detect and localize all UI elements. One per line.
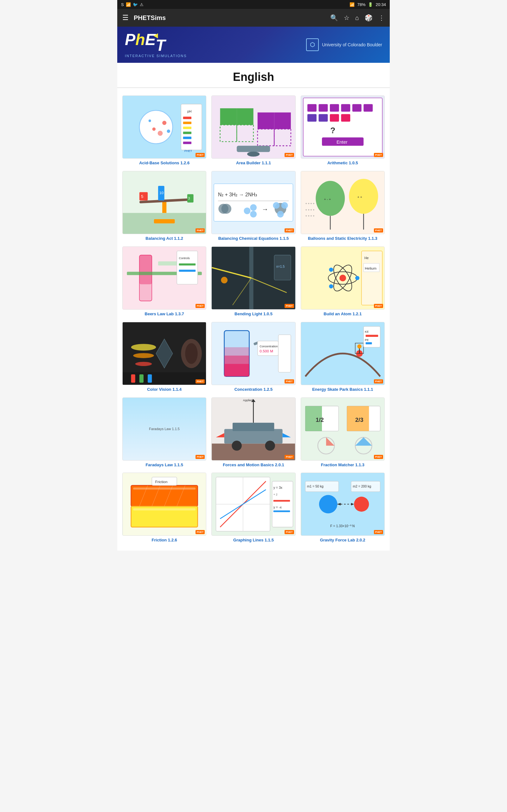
svg-point-6 [167, 130, 170, 133]
svg-rect-12 [183, 132, 191, 134]
svg-text:0.500 M: 0.500 M [260, 349, 274, 353]
sim-card-color-vision[interactable]: PHETColor Vision 1.1.4 [122, 322, 206, 392]
sim-label-concentration[interactable]: Concentration 1.2.5 [234, 387, 273, 392]
sim-label-bending-light[interactable]: Bending Light 1.0.5 [234, 311, 273, 317]
svg-point-59 [244, 207, 250, 214]
svg-rect-141 [224, 429, 283, 444]
svg-point-110 [133, 353, 154, 358]
sim-label-area-builder[interactable]: Area Builder 1.1.1 [236, 160, 271, 166]
sim-card-beers-law[interactable]: ControlsPHETBeers Law Lab 1.3.7 [122, 247, 206, 317]
svg-rect-33 [352, 104, 361, 112]
sim-thumbnail-energy-skate: KEPEPHET [301, 322, 385, 385]
hamburger-menu[interactable]: ☰ [122, 14, 129, 22]
svg-text:2/3: 2/3 [355, 416, 363, 423]
sim-card-forces-motion[interactable]: →AppliedPHETForces and Motion Basics 2.0… [211, 397, 295, 468]
svg-text:KE: KE [365, 330, 369, 334]
status-left: S 📶 🐦 ⚠ [121, 2, 144, 7]
sim-card-arithmetic[interactable]: ?EnterPHETArithmetic 1.0.5 [301, 96, 385, 166]
svg-point-65 [281, 202, 288, 209]
phet-badge: PHET [195, 153, 205, 157]
svg-rect-138 [366, 342, 372, 345]
sim-thumbnail-concentration: Concentration0.500 Mmol/LPHET [211, 322, 295, 385]
svg-text:y = 3x: y = 3x [274, 486, 283, 490]
svg-text:→: → [262, 206, 268, 213]
sim-label-balloons[interactable]: Balloons and Static Electricity 1.1.3 [308, 236, 377, 241]
search-icon[interactable]: 🔍 [330, 14, 338, 21]
sim-label-color-vision[interactable]: Color Vision 1.1.4 [147, 387, 181, 392]
sim-card-energy-skate[interactable]: KEPEPHETEnergy Skate Park Basics 1.1.1 [301, 322, 385, 392]
phet-badge: PHET [285, 455, 294, 459]
svg-text:PHET: PHET [184, 149, 192, 153]
sim-label-beers-law[interactable]: Beers Law Lab 1.3.7 [145, 311, 184, 317]
svg-point-111 [135, 362, 152, 366]
star-icon[interactable]: ☆ [344, 14, 349, 21]
svg-rect-45 [154, 219, 175, 223]
svg-point-132 [357, 344, 361, 348]
svg-rect-122 [224, 364, 249, 376]
sim-label-arithmetic[interactable]: Arithmetic 1.0.5 [327, 160, 358, 166]
svg-text:N₂ + 3H₂ → 2NH₃: N₂ + 3H₂ → 2NH₃ [218, 192, 257, 197]
sim-card-balancing-act[interactable]: 5103PHETBalancing Act 1.1.2 [122, 171, 206, 241]
svg-rect-115 [131, 374, 135, 383]
sim-thumbnail-balancing-act: 5103PHET [122, 171, 206, 234]
sim-card-faradays-law[interactable]: Faradays Law 1.1.5PHETFaradays Law 1.1.5 [122, 397, 206, 468]
svg-point-3 [153, 128, 156, 131]
svg-point-26 [247, 152, 260, 157]
sim-card-balancing-chem[interactable]: N₂ + 3H₂ → 2NH₃→PHETBalancing Chemical E… [211, 171, 295, 241]
svg-rect-29 [307, 104, 317, 112]
svg-text:Enter: Enter [337, 140, 348, 145]
sim-thumbnail-area-builder: PHET [211, 96, 295, 159]
sim-label-gravity-force[interactable]: Gravity Force Lab 2.0.2 [320, 538, 365, 543]
sim-label-forces-motion[interactable]: Forces and Motion Basics 2.0.1 [223, 462, 284, 468]
sim-label-acid-base[interactable]: Acid-Base Solutions 1.2.6 [139, 160, 189, 166]
sim-card-fraction-matcher[interactable]: 1/22/3PHETFraction Matcher 1.1.3 [301, 397, 385, 468]
sim-thumbnail-friction: FrictionPHET [122, 473, 206, 536]
svg-rect-180 [274, 511, 290, 512]
sim-card-friction[interactable]: FrictionPHETFriction 1.2.6 [122, 473, 206, 543]
home-icon[interactable]: ⌂ [355, 14, 359, 21]
phet-t: T [156, 38, 165, 53]
sim-card-build-atom[interactable]: HeHeliumPHETBuild an Atom 1.2.1 [301, 247, 385, 317]
sim-card-acid-base[interactable]: pHPHETPHETAcid-Base Solutions 1.2.6 [122, 96, 206, 166]
phet-badge: PHET [374, 304, 383, 308]
phet-badge: PHET [285, 153, 294, 157]
page-title: English [117, 70, 390, 84]
sim-label-faradays-law[interactable]: Faradays Law 1.1.5 [146, 462, 183, 468]
svg-text:n=1.5: n=1.5 [276, 264, 285, 268]
sim-card-concentration[interactable]: Concentration0.500 Mmol/LPHETConcentrati… [211, 322, 295, 392]
svg-text:Controls: Controls [179, 257, 190, 260]
phet-subtitle: INTERACTIVE SIMULATIONS [125, 54, 187, 58]
sim-card-area-builder[interactable]: PHETArea Builder 1.1.1 [211, 96, 295, 166]
svg-point-103 [329, 284, 333, 288]
sim-label-balancing-chem[interactable]: Balancing Chemical Equations 1.1.5 [218, 236, 289, 241]
svg-text:3: 3 [188, 196, 190, 200]
svg-rect-34 [363, 104, 373, 112]
svg-text:m1 = 50 kg: m1 = 50 kg [307, 484, 323, 488]
sim-card-graphing-lines[interactable]: y = 3x + 2y = -xPHETGraphing Lines 1.1.5 [211, 473, 295, 543]
svg-point-102 [329, 267, 333, 271]
phet-p: P [125, 32, 135, 48]
svg-rect-36 [319, 114, 328, 122]
app-bar: ☰ PHETSims 🔍 ☆ ⌂ 🎲 ⋮ [117, 9, 390, 27]
more-icon[interactable]: ⋮ [378, 14, 385, 21]
phet-badge: PHET [195, 530, 205, 534]
svg-point-144 [265, 441, 275, 451]
sim-label-fraction-matcher[interactable]: Fraction Matcher 1.1.3 [321, 462, 364, 468]
svg-rect-35 [307, 114, 317, 122]
phet-badge: PHET [285, 530, 294, 534]
svg-point-1 [139, 110, 173, 144]
sim-label-friction[interactable]: Friction 1.2.6 [152, 538, 177, 543]
svg-rect-136 [366, 335, 378, 337]
sim-card-balloons[interactable]: + - ++ ++ + + ++ + + ++ + + +PHETBalloon… [301, 171, 385, 241]
svg-rect-116 [139, 374, 144, 383]
svg-rect-47 [139, 192, 148, 200]
svg-rect-161 [133, 488, 195, 490]
sim-card-gravity-force[interactable]: m1 = 50 kgm2 = 200 kgF = 1.33×10⁻⁶ NPHET… [301, 473, 385, 543]
sim-label-energy-skate[interactable]: Energy Skate Park Basics 1.1.1 [312, 387, 373, 392]
sim-card-bending-light[interactable]: n=1.5PHETBending Light 1.0.5 [211, 247, 295, 317]
sim-label-balancing-act[interactable]: Balancing Act 1.1.2 [146, 236, 183, 241]
sim-label-build-atom[interactable]: Build an Atom 1.2.1 [324, 311, 361, 317]
dice-icon[interactable]: 🎲 [365, 14, 373, 21]
sim-label-graphing-lines[interactable]: Graphing Lines 1.1.5 [233, 538, 274, 543]
svg-point-97 [339, 275, 346, 281]
